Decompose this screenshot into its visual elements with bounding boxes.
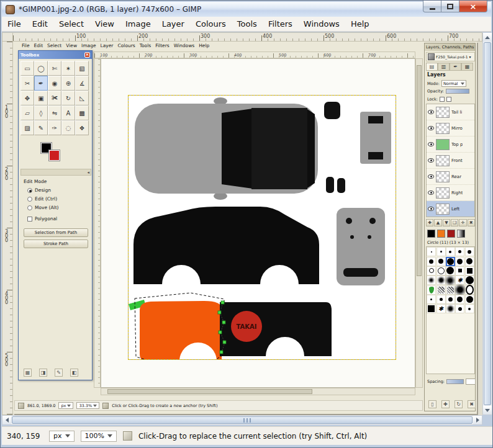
nested-vscroll-thumb bbox=[417, 65, 422, 276]
takai-logo-text: TAKAI bbox=[237, 323, 257, 330]
horizontal-scrollbar[interactable] bbox=[2, 415, 482, 425]
brush-thumbnail bbox=[455, 247, 464, 256]
layer-row: Mirro bbox=[427, 120, 474, 137]
scroll-right-button[interactable] bbox=[473, 416, 482, 424]
menu-edit[interactable]: Edit bbox=[27, 17, 53, 30]
dock-footer-icon: ✖ bbox=[468, 400, 476, 408]
dropdown-arrow-icon bbox=[461, 83, 464, 87]
opacity-slider bbox=[446, 89, 469, 94]
scroll-down-button[interactable] bbox=[483, 406, 492, 414]
zoom-select[interactable]: 100% bbox=[81, 431, 117, 442]
layers-tab-icon: ▤ bbox=[426, 63, 438, 71]
hscroll-thumb[interactable] bbox=[12, 416, 473, 424]
nested-color-area bbox=[24, 141, 88, 165]
spacing-slider bbox=[446, 379, 464, 384]
arrow-up-icon bbox=[485, 34, 490, 39]
stroke-path-button: Stroke Path bbox=[24, 240, 88, 248]
delete-layer-icon: ✖ bbox=[468, 219, 475, 226]
vertical-ruler[interactable]: 100 200 300 400 500 bbox=[2, 42, 13, 415]
mode-option-design: Design bbox=[27, 187, 51, 193]
vertical-scrollbar[interactable] bbox=[482, 32, 492, 415]
menu-select[interactable]: Select bbox=[53, 17, 89, 30]
nested-layers-dock: Layers, Channels, Paths × F250_Takai.psd… bbox=[424, 43, 476, 411]
zoom-value: 100% bbox=[85, 432, 104, 440]
swatch-orange bbox=[437, 230, 445, 238]
layer-name: Tail li bbox=[451, 110, 462, 115]
ruler-label: 400 bbox=[4, 291, 9, 304]
unit-select[interactable]: px bbox=[49, 431, 75, 442]
gimp-tool-icon: ✶ bbox=[61, 61, 75, 76]
nested-layer-list: Tail li Mirro Top p bbox=[426, 104, 475, 217]
layer-lock-row: Lock: bbox=[427, 97, 451, 102]
dropdown-arrow-icon bbox=[65, 434, 70, 440]
nested-horizontal-ruler: 100 200 300 400 500 600 700 bbox=[94, 52, 415, 58]
scroll-up-button[interactable] bbox=[483, 33, 492, 42]
gimp-tool-icon: ◺ bbox=[75, 91, 89, 105]
dock-footer-icon: ✚ bbox=[441, 400, 450, 408]
minimize-button[interactable] bbox=[423, 1, 441, 12]
gimp-tool-icon: ▱ bbox=[20, 105, 34, 120]
brush-thumbnail bbox=[446, 295, 455, 304]
menu-help[interactable]: Help bbox=[345, 17, 375, 30]
gimp-window: *GIMP001.jpg-2.0 (RGB, 1 layer) 747x600 … bbox=[0, 0, 493, 448]
brush-thumbnail bbox=[427, 247, 436, 256]
nested-toolbox-footer: ▦ ◨ ✎ ◧ bbox=[24, 369, 78, 377]
polygonal-option: Polygonal bbox=[27, 216, 57, 222]
nested-canvas: TAKAI bbox=[101, 58, 415, 388]
menu-image[interactable]: Image bbox=[120, 17, 156, 30]
window-controls: × bbox=[423, 1, 487, 12]
nested-menu-bar: File Edit Select View Image Layer Colour… bbox=[22, 43, 209, 48]
nested-dock-title: Layers, Channels, Paths bbox=[426, 45, 474, 50]
gimp-tool-icon: ▨ bbox=[20, 120, 34, 135]
gimp-tool-icon: ✥ bbox=[20, 91, 34, 105]
menu-filters[interactable]: Filters bbox=[263, 17, 298, 30]
close-button[interactable]: × bbox=[459, 1, 487, 12]
menu-tools[interactable]: Tools bbox=[232, 17, 263, 30]
nested-dock-footer: ▯ ✚ ↻ ✖ bbox=[428, 400, 476, 408]
tab-menu-icon: ▾ bbox=[469, 55, 471, 59]
gimp-tool-icon: ⊕ bbox=[61, 76, 75, 91]
nested-ruler-label: 100 bbox=[100, 53, 107, 58]
brush-thumbnail bbox=[465, 266, 474, 276]
visibility-eye-icon bbox=[428, 142, 434, 146]
scroll-left-button[interactable] bbox=[2, 416, 11, 424]
status-bar: 340, 159 px 100% Click-Drag to replace t… bbox=[2, 426, 492, 445]
ruler-label: 700 bbox=[449, 34, 458, 39]
gimp-tool-icon: ▩ bbox=[75, 105, 89, 120]
title-bar[interactable]: *GIMP001.jpg-2.0 (RGB, 1 layer) 747x600 … bbox=[2, 2, 491, 17]
menu-layer[interactable]: Layer bbox=[156, 17, 190, 30]
dropdown-arrow-icon bbox=[93, 405, 97, 409]
layer-thumbnail bbox=[436, 139, 450, 150]
nested-toolbox-title: Toolbox bbox=[20, 53, 39, 58]
brush-thumbnail bbox=[427, 266, 436, 276]
lock-label: Lock: bbox=[427, 97, 438, 102]
brush-thumbnail bbox=[455, 276, 464, 285]
edit-mode-label: Edit Mode bbox=[24, 179, 47, 184]
nested-menu-item: Help bbox=[199, 43, 209, 48]
maximize-button[interactable] bbox=[441, 1, 459, 12]
radio-on-icon bbox=[27, 188, 32, 193]
brush-thumbnail-selected bbox=[446, 257, 455, 266]
canvas-viewport[interactable]: File Edit Select View Image Layer Colour… bbox=[13, 42, 482, 415]
brush-thumbnail bbox=[446, 304, 455, 313]
gimp-tool-icon: ∡ bbox=[75, 76, 89, 91]
horizontal-ruler[interactable]: 100 200 300 400 500 600 700 bbox=[13, 32, 482, 42]
layer-name: Mirro bbox=[451, 126, 463, 131]
nested-menu-item: Filters bbox=[155, 43, 169, 48]
gimp-tool-icon: ◌ bbox=[61, 120, 75, 135]
menu-view[interactable]: View bbox=[89, 17, 120, 30]
brush-thumbnail-pepper bbox=[427, 285, 436, 295]
new-layer-icon: ✚ bbox=[426, 219, 433, 226]
ruler-label: 300 bbox=[4, 229, 9, 242]
menu-file[interactable]: File bbox=[2, 17, 27, 30]
menu-windows[interactable]: Windows bbox=[298, 17, 345, 30]
layer-row: Front bbox=[427, 153, 474, 169]
spacing-label: Spacing: bbox=[427, 379, 445, 384]
lower-layer-icon: ▼ bbox=[443, 219, 450, 226]
image-tab-label: F250_Takai.psd-1 bbox=[436, 55, 468, 59]
visibility-eye-icon bbox=[428, 190, 434, 195]
edited-image-canvas[interactable]: File Edit Select View Image Layer Colour… bbox=[13, 42, 477, 414]
menu-colours[interactable]: Colours bbox=[190, 17, 232, 30]
vscroll-thumb[interactable] bbox=[484, 42, 491, 405]
gimp-tool-icon: ▣ bbox=[34, 91, 48, 105]
